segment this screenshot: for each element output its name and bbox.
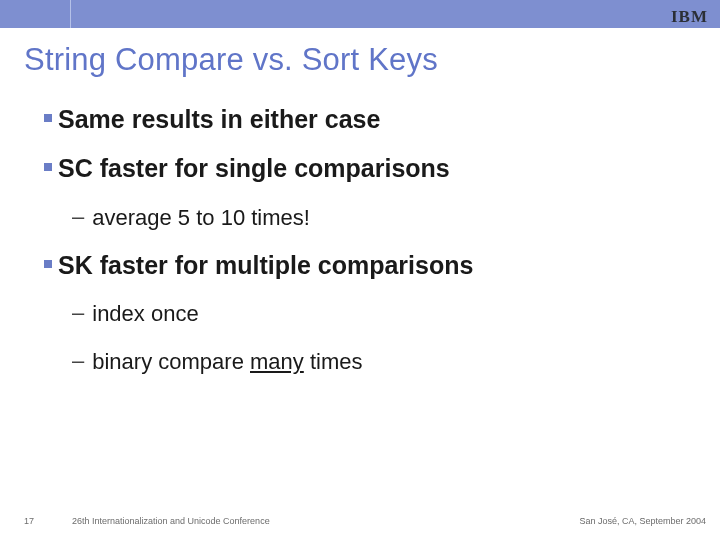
bullet-3-sub-1-text: index once	[92, 299, 198, 329]
bullet-3-sub-2-text: binary compare many times	[92, 347, 362, 377]
ibm-logo: IBM	[671, 7, 708, 27]
bullet-1: Same results in either case	[44, 104, 690, 135]
bullet-1-text: Same results in either case	[58, 104, 380, 135]
footer-location: San José, CA, September 2004	[579, 516, 706, 526]
bullet-2-sub-1-text: average 5 to 10 times!	[92, 203, 310, 233]
bullet-2-text: SC faster for single comparisons	[58, 153, 450, 184]
square-bullet-icon	[44, 163, 52, 171]
square-bullet-icon	[44, 260, 52, 268]
bullet-3-sub-2-underlined: many	[250, 349, 304, 374]
bullet-2: SC faster for single comparisons	[44, 153, 690, 184]
footer-conference: 26th Internationalization and Unicode Co…	[72, 516, 270, 526]
slide: IBM String Compare vs. Sort Keys Same re…	[0, 0, 720, 540]
slide-body: Same results in either case SC faster fo…	[44, 104, 690, 395]
square-bullet-icon	[44, 114, 52, 122]
page-number: 17	[24, 516, 34, 526]
slide-title: String Compare vs. Sort Keys	[24, 42, 438, 78]
bullet-3-text: SK faster for multiple comparisons	[58, 250, 473, 281]
bullet-3-sub-1: – index once	[72, 299, 690, 329]
dash-icon: –	[72, 347, 84, 376]
bullet-3-sub-2: – binary compare many times	[72, 347, 690, 377]
dash-icon: –	[72, 203, 84, 232]
bullet-3-sub-2-pre: binary compare	[92, 349, 250, 374]
bullet-3: SK faster for multiple comparisons	[44, 250, 690, 281]
top-bar: IBM	[0, 0, 720, 28]
bullet-3-sub-2-post: times	[304, 349, 363, 374]
top-bar-divider	[70, 0, 71, 28]
bullet-2-sub-1: – average 5 to 10 times!	[72, 203, 690, 233]
dash-icon: –	[72, 299, 84, 328]
